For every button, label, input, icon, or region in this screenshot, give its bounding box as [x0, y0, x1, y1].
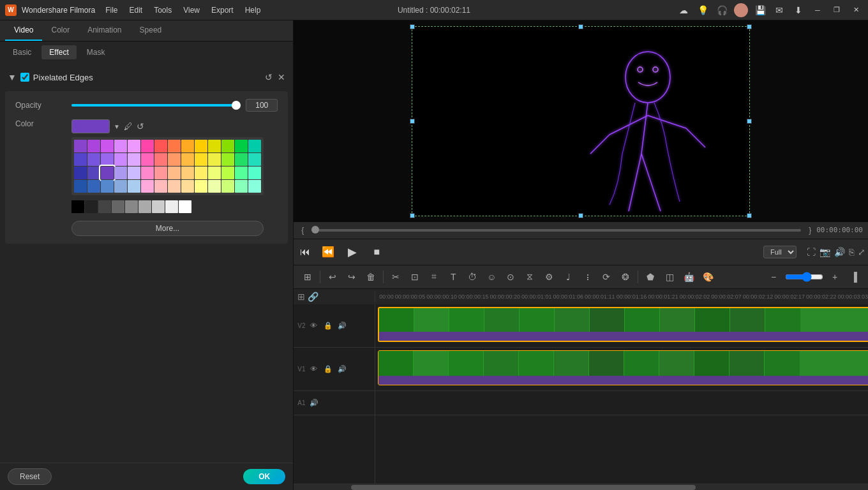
color-cell[interactable]	[128, 167, 140, 179]
color-cell[interactable]	[221, 153, 234, 166]
effect-toggle[interactable]	[20, 73, 29, 82]
color-cell[interactable]	[168, 140, 181, 152]
video-clip-v1[interactable]: ▶ My Video-6	[378, 350, 868, 385]
color-cell[interactable]	[74, 167, 87, 179]
color-cell[interactable]	[74, 180, 87, 193]
fx-btn[interactable]: ❂	[617, 268, 634, 286]
expand-icon[interactable]: ⤢	[858, 247, 865, 257]
zoom-slider[interactable]	[785, 272, 823, 282]
fullscreen-icon[interactable]: ⛶	[807, 247, 816, 257]
color-cell[interactable]	[154, 167, 167, 179]
track-v2-audio-btn[interactable]: 🔊	[336, 320, 348, 331]
menu-file[interactable]: File	[100, 4, 123, 16]
gray-cell[interactable]	[125, 200, 138, 213]
track-a1-audio-btn[interactable]: 🔊	[308, 397, 320, 408]
gray-cell[interactable]	[71, 200, 84, 213]
play-button[interactable]: ▶	[342, 242, 363, 262]
eyedropper-icon[interactable]: 🖊	[124, 121, 133, 131]
maximize-button[interactable]: ❐	[830, 3, 844, 17]
color-cell[interactable]	[195, 180, 207, 193]
color-cell[interactable]	[87, 153, 100, 166]
save-icon[interactable]: 💾	[753, 3, 767, 17]
tab-speed[interactable]: Speed	[131, 20, 171, 41]
close-button[interactable]: ✕	[849, 3, 863, 17]
subtab-basic[interactable]: Basic	[5, 45, 39, 59]
crop-btn[interactable]: ⊡	[406, 268, 424, 286]
subtab-mask[interactable]: Mask	[79, 45, 113, 59]
cloud-icon[interactable]: ☁	[677, 3, 691, 17]
gray-cell[interactable]	[152, 200, 165, 213]
track-v2-row[interactable]: ▶ My Video-6	[375, 304, 868, 348]
color-cell[interactable]	[208, 180, 221, 193]
gray-cell[interactable]	[165, 200, 178, 213]
color-cell[interactable]	[101, 153, 114, 166]
filter-btn[interactable]: ⊙	[502, 268, 520, 286]
color-cell[interactable]	[208, 153, 221, 166]
zoom-in-btn[interactable]: +	[826, 268, 844, 286]
undo-btn[interactable]: ↩	[324, 268, 341, 286]
color-cell[interactable]	[128, 180, 140, 193]
minimize-button[interactable]: ─	[811, 3, 825, 17]
color-cell[interactable]	[181, 180, 194, 193]
color-cell[interactable]	[74, 153, 87, 166]
color-cell[interactable]	[87, 180, 100, 193]
color-cell[interactable]	[235, 153, 248, 166]
text-btn[interactable]: T	[444, 268, 462, 286]
color-cell[interactable]	[141, 167, 154, 179]
color-cell[interactable]	[195, 153, 207, 166]
color-cell[interactable]	[154, 140, 167, 152]
color-cell[interactable]	[154, 153, 167, 166]
color-cell[interactable]	[221, 167, 234, 179]
gray-cell[interactable]	[138, 200, 151, 213]
opacity-thumb[interactable]	[232, 101, 241, 110]
color-cell[interactable]	[114, 180, 127, 193]
color-cell[interactable]	[168, 153, 181, 166]
track-v1-audio-btn[interactable]: 🔊	[336, 363, 348, 375]
color-cell[interactable]	[235, 167, 248, 179]
color-cell[interactable]	[208, 167, 221, 179]
video-clip-v2[interactable]: ▶ My Video-6	[378, 307, 868, 342]
headphone-icon[interactable]: 🎧	[715, 3, 729, 17]
tab-color[interactable]: Color	[42, 20, 79, 41]
color-cell[interactable]	[248, 180, 261, 193]
gray-cell[interactable]	[112, 200, 124, 213]
subtab-effect[interactable]: Effect	[41, 45, 76, 59]
link-icon[interactable]: 🔗	[308, 292, 318, 302]
opacity-slider[interactable]	[71, 104, 241, 107]
audio-icon[interactable]: 🔊	[834, 247, 845, 257]
color-cell[interactable]	[181, 167, 194, 179]
mark-out-btn[interactable]: }	[806, 225, 814, 236]
add-track-icon[interactable]: ⊞	[297, 292, 305, 302]
color-cell[interactable]	[208, 140, 221, 152]
color-cell[interactable]	[168, 167, 181, 179]
color-cell[interactable]	[87, 140, 100, 152]
reset-effect-icon[interactable]: ↺	[265, 72, 273, 82]
render-icon[interactable]: ⎘	[849, 247, 854, 257]
gray-cell[interactable]	[98, 200, 111, 213]
cut-btn[interactable]: ✂	[387, 268, 405, 286]
scrollbar-thumb[interactable]	[351, 485, 696, 490]
snapshot-icon[interactable]: 📷	[819, 247, 830, 257]
tab-video[interactable]: Video	[5, 20, 42, 41]
ok-button[interactable]: OK	[243, 469, 285, 484]
gray-cell[interactable]	[179, 200, 191, 213]
color-cell[interactable]	[141, 140, 154, 152]
color-cell[interactable]	[195, 140, 207, 152]
color-cell[interactable]	[141, 153, 154, 166]
mark-in-btn[interactable]: {	[299, 225, 306, 236]
track-v1-lock-btn[interactable]: 🔒	[322, 363, 334, 375]
color-cell[interactable]	[248, 167, 261, 179]
color-cell[interactable]	[221, 180, 234, 193]
sidebar-toggle-btn[interactable]: ▐	[845, 268, 863, 286]
track-v1-row[interactable]: ▶ My Video-6	[375, 348, 868, 391]
tab-animation[interactable]: Animation	[79, 20, 130, 41]
adjust-btn[interactable]: ⚙	[540, 268, 558, 286]
transform-btn[interactable]: ⌗	[425, 268, 443, 286]
color-cell[interactable]	[154, 180, 167, 193]
color-cell[interactable]	[181, 153, 194, 166]
color-cell[interactable]	[114, 140, 127, 152]
color-cell[interactable]	[74, 140, 87, 152]
color-cell[interactable]	[114, 153, 127, 166]
color-cell[interactable]	[221, 140, 234, 152]
color-cell[interactable]	[195, 167, 207, 179]
